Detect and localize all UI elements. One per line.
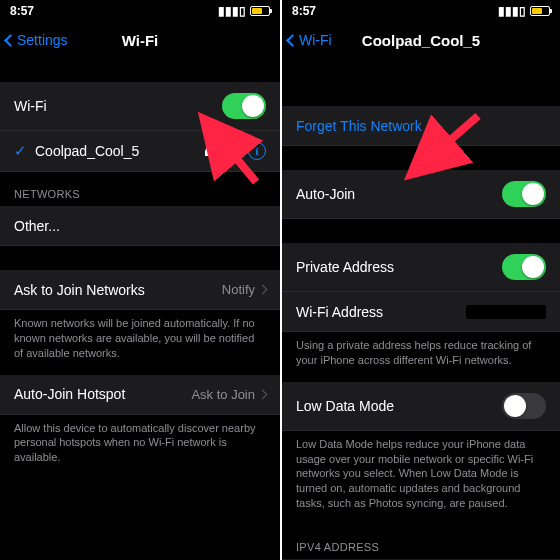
chevron-right-icon [258, 389, 268, 399]
private-address-label: Private Address [296, 259, 394, 275]
other-network-row[interactable]: Other... [0, 206, 280, 246]
auto-join-row[interactable]: Auto-Join [282, 170, 560, 219]
back-button[interactable]: Wi-Fi [288, 32, 332, 48]
back-label: Wi-Fi [299, 32, 332, 48]
low-data-label: Low Data Mode [296, 398, 394, 414]
low-data-mode-row[interactable]: Low Data Mode [282, 382, 560, 431]
network-name: Coolpad_Cool_5 [35, 143, 139, 159]
battery-icon [530, 6, 550, 16]
auto-join-hotspot-row[interactable]: Auto-Join Hotspot Ask to Join [0, 375, 280, 415]
wifi-master-toggle-row[interactable]: Wi-Fi [0, 82, 280, 131]
private-address-row[interactable]: Private Address [282, 243, 560, 292]
status-indicators: ▮▮▮▯ [218, 4, 270, 18]
wifi-toggle[interactable] [222, 93, 266, 119]
right-screen: 8:57 ▮▮▮▯ Wi-Fi Coolpad_Cool_5 Forget Th… [280, 0, 560, 560]
chevron-right-icon [258, 285, 268, 295]
status-time: 8:57 [10, 4, 34, 18]
ask-to-join-label: Ask to Join Networks [14, 282, 145, 298]
ipv4-header: IPV4 ADDRESS [282, 525, 560, 559]
status-indicators: ▮▮▮▯ [498, 4, 550, 18]
low-data-footer: Low Data Mode helps reduce your iPhone d… [282, 431, 560, 525]
info-icon[interactable]: i [248, 142, 266, 160]
redacted-value [466, 305, 546, 319]
auto-join-hotspot-value: Ask to Join [191, 387, 266, 402]
status-time: 8:57 [292, 4, 316, 18]
chevron-left-icon [4, 34, 17, 47]
auto-join-label: Auto-Join [296, 186, 355, 202]
lock-icon: 🔒︎ [203, 144, 216, 159]
ask-to-join-value: Notify [222, 282, 266, 297]
low-data-toggle[interactable] [502, 393, 546, 419]
status-bar: 8:57 ▮▮▮▯ [0, 0, 280, 22]
connected-network-row[interactable]: ✓ Coolpad_Cool_5 🔒︎ i [0, 131, 280, 172]
ask-to-join-row[interactable]: Ask to Join Networks Notify [0, 270, 280, 310]
back-button[interactable]: Settings [6, 32, 68, 48]
status-bar: 8:57 ▮▮▮▯ [282, 0, 560, 22]
signal-icon: ▮▮▮▯ [218, 4, 246, 18]
page-title: Coolpad_Cool_5 [362, 32, 480, 49]
forget-network-row[interactable]: Forget This Network [282, 106, 560, 146]
forget-label: Forget This Network [296, 118, 422, 134]
auto-join-hotspot-footer: Allow this device to automatically disco… [0, 415, 280, 480]
wifi-address-row: Wi-Fi Address [282, 292, 560, 332]
other-label: Other... [14, 218, 60, 234]
private-address-toggle[interactable] [502, 254, 546, 280]
auto-join-toggle[interactable] [502, 181, 546, 207]
left-screen: 8:57 ▮▮▮▯ Settings Wi-Fi Wi-Fi ✓ Coolpad… [0, 0, 280, 560]
wifi-signal-icon [224, 144, 240, 159]
battery-icon [250, 6, 270, 16]
wifi-label: Wi-Fi [14, 98, 47, 114]
page-title: Wi-Fi [122, 32, 159, 49]
back-label: Settings [17, 32, 68, 48]
private-address-footer: Using a private address helps reduce tra… [282, 332, 560, 382]
networks-header: NETWORKS [0, 172, 280, 206]
chevron-left-icon [286, 34, 299, 47]
checkmark-icon: ✓ [14, 142, 27, 160]
nav-bar: Wi-Fi Coolpad_Cool_5 [282, 22, 560, 58]
wifi-address-label: Wi-Fi Address [296, 304, 383, 320]
ask-to-join-footer: Known networks will be joined automatica… [0, 310, 280, 375]
nav-bar: Settings Wi-Fi [0, 22, 280, 58]
signal-icon: ▮▮▮▯ [498, 4, 526, 18]
auto-join-hotspot-label: Auto-Join Hotspot [14, 386, 125, 402]
